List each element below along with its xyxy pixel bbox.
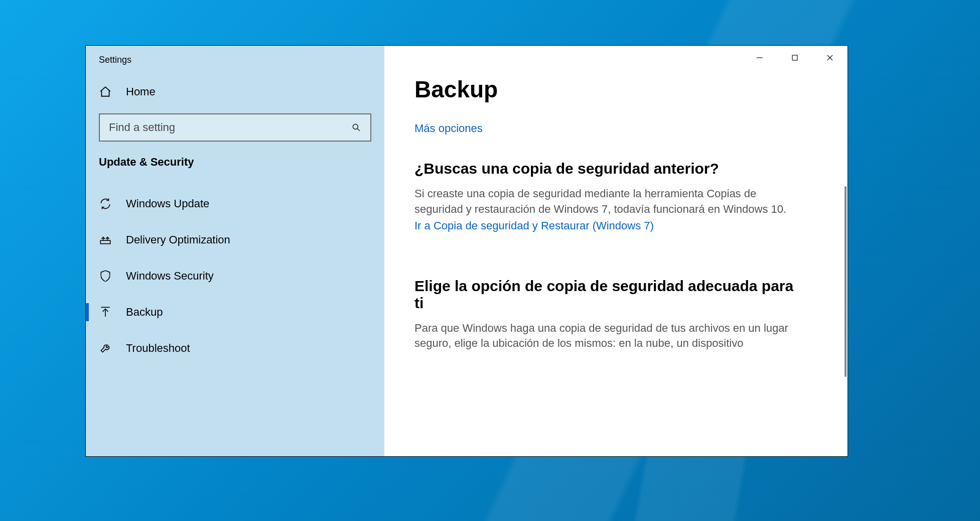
shield-icon <box>99 270 112 283</box>
sidebar-item-label: Windows Update <box>126 197 209 210</box>
scrollbar-thumb[interactable] <box>845 186 847 377</box>
svg-line-5 <box>358 129 360 131</box>
backup-icon <box>99 306 112 319</box>
sidebar-item-label: Backup <box>126 306 163 319</box>
content-area: Backup Más opciones ¿Buscas una copia de… <box>384 46 848 456</box>
backup-restore-win7-link[interactable]: Ir a Copia de seguridad y Restaurar (Win… <box>414 219 654 232</box>
search-icon <box>351 122 361 133</box>
nav: Windows Update Delivery Optimization Win… <box>86 186 384 366</box>
close-button[interactable] <box>812 46 848 70</box>
home-icon <box>99 85 112 98</box>
page-title: Backup <box>414 76 812 103</box>
section-heading-choose-backup: Elige la opción de copia de seguridad ad… <box>414 278 796 312</box>
sidebar-item-windows-update[interactable]: Windows Update <box>86 186 384 222</box>
sync-icon <box>99 197 112 210</box>
section-body-previous-backup: Si creaste una copia de seguridad median… <box>414 186 796 217</box>
sidebar-item-label: Windows Security <box>126 270 214 283</box>
sidebar: Settings Home Update & Security <box>86 46 384 456</box>
sidebar-category: Update & Security <box>86 156 384 186</box>
section-heading-previous-backup: ¿Buscas una copia de seguridad anterior? <box>414 160 796 177</box>
svg-rect-1 <box>792 55 797 60</box>
section-body-choose-backup: Para que Windows haga una copia de segur… <box>414 321 796 352</box>
maximize-button[interactable] <box>777 46 812 70</box>
minimize-button[interactable] <box>742 46 777 70</box>
sidebar-item-label: Troubleshoot <box>126 342 190 355</box>
sidebar-item-backup[interactable]: Backup <box>86 294 384 330</box>
sidebar-home[interactable]: Home <box>86 70 384 113</box>
app-title: Settings <box>86 55 384 70</box>
sidebar-item-delivery-optimization[interactable]: Delivery Optimization <box>86 222 384 258</box>
delivery-icon <box>99 233 112 246</box>
sidebar-item-troubleshoot[interactable]: Troubleshoot <box>86 330 384 366</box>
search-box[interactable] <box>99 113 371 142</box>
svg-rect-6 <box>100 240 110 244</box>
sidebar-item-label: Delivery Optimization <box>126 233 230 246</box>
settings-window: Settings Home Update & Security <box>85 45 848 457</box>
sidebar-item-windows-security[interactable]: Windows Security <box>86 258 384 294</box>
window-controls <box>742 46 848 70</box>
more-options-link[interactable]: Más opciones <box>414 122 483 135</box>
svg-point-4 <box>353 124 358 129</box>
troubleshoot-icon <box>99 342 112 355</box>
search-input[interactable] <box>109 121 351 134</box>
sidebar-home-label: Home <box>126 85 156 98</box>
